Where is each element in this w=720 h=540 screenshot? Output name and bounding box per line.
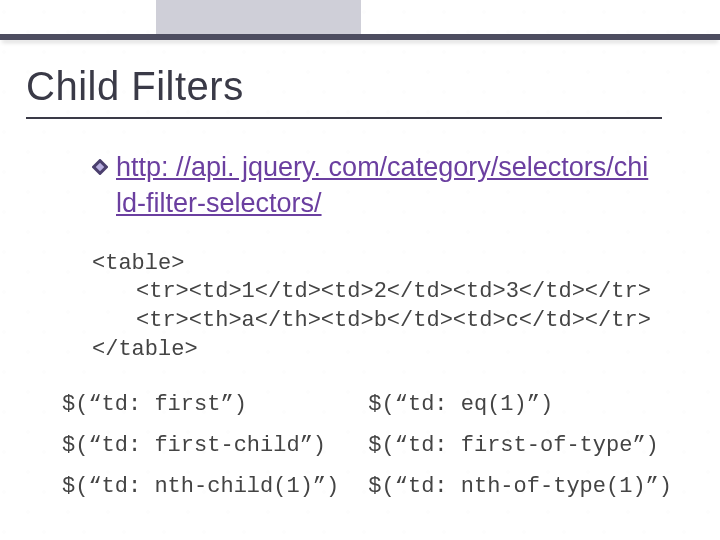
code-line: <tr><th>a</th><td>b</td><td>c</td></tr> [92, 307, 690, 336]
header-bar-fragment [156, 0, 361, 34]
slide-title: Child Filters [26, 64, 690, 109]
selector-cell: $(“td: first”) [62, 384, 368, 425]
slide-body: Child Filters http: //api. jquery. com/c… [0, 40, 720, 540]
code-line-text: <tr><td>1</td><td>2</td><td>3</td></tr> [136, 279, 651, 304]
selector-cell: $(“td: eq(1)”) [368, 384, 690, 425]
selector-examples-table: $(“td: first”) $(“td: eq(1)”) $(“td: fir… [62, 384, 690, 507]
code-line: <tr><td>1</td><td>2</td><td>3</td></tr> [92, 278, 690, 307]
code-line: <table> [92, 250, 690, 279]
table-row: $(“td: first-child”) $(“td: first-of-typ… [62, 425, 690, 466]
selector-cell: $(“td: nth-of-type(1)”) [368, 466, 690, 507]
html-code-example: <table> <tr><td>1</td><td>2</td><td>3</t… [92, 250, 690, 364]
jquery-api-link[interactable]: http: //api. jquery. com/category/select… [116, 149, 650, 222]
selector-cell: $(“td: first-of-type”) [368, 425, 690, 466]
table-row: $(“td: nth-child(1)”) $(“td: nth-of-type… [62, 466, 690, 507]
selector-cell: $(“td: first-child”) [62, 425, 368, 466]
code-line: </table> [92, 336, 690, 365]
bullet-row: http: //api. jquery. com/category/select… [92, 149, 650, 222]
code-line-text: <tr><th>a</th><td>b</td><td>c</td></tr> [136, 308, 651, 333]
selector-cell: $(“td: nth-child(1)”) [62, 466, 368, 507]
title-underline [26, 117, 662, 119]
table-row: $(“td: first”) $(“td: eq(1)”) [62, 384, 690, 425]
diamond-bullet-icon [92, 159, 108, 179]
